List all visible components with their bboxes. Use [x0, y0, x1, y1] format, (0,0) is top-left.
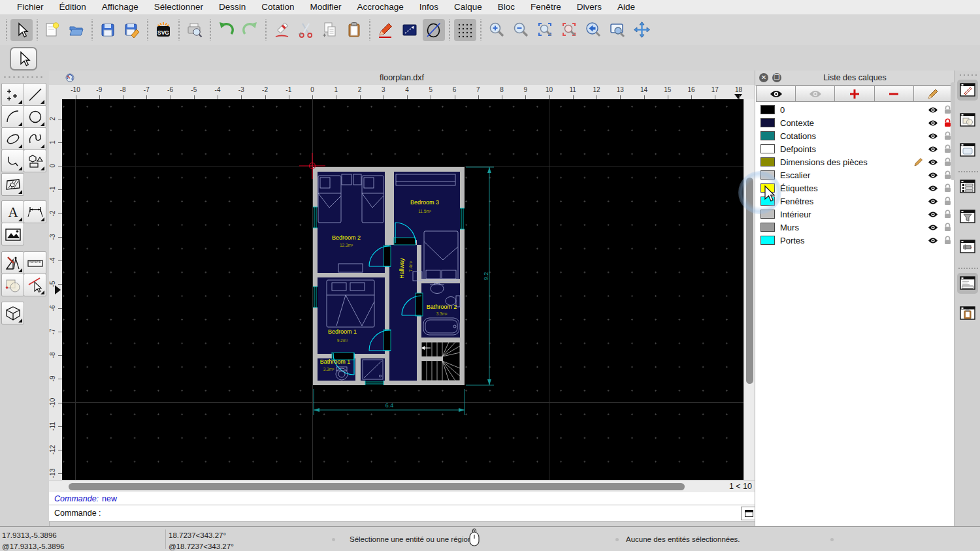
redo-button[interactable]	[239, 19, 261, 41]
library-browser-toggle[interactable]	[957, 140, 978, 161]
eye-icon[interactable]	[928, 159, 938, 166]
zoom-out-button[interactable]	[510, 19, 532, 41]
lock-icon[interactable]	[944, 118, 951, 127]
layer-row[interactable]: Defpoints	[755, 142, 955, 155]
layer-row[interactable]: Escalier	[755, 168, 955, 181]
property-editor-toggle[interactable]	[957, 80, 978, 101]
eye-icon[interactable]	[928, 211, 938, 218]
print-preview-button[interactable]	[184, 19, 206, 41]
lock-icon[interactable]	[944, 131, 951, 140]
panel-scrollbar[interactable]	[951, 82, 955, 180]
eye-icon[interactable]	[928, 133, 938, 140]
lock-icon[interactable]	[944, 197, 951, 206]
cut-button[interactable]	[295, 19, 317, 41]
zoom-window-button[interactable]	[606, 19, 629, 41]
layer-row[interactable]: Portes	[755, 234, 955, 247]
remove-layer-button[interactable]	[875, 86, 914, 102]
layer-row[interactable]: Murs	[755, 221, 955, 234]
lock-icon[interactable]	[944, 157, 951, 166]
block-list-toggle[interactable]	[957, 110, 978, 131]
menu-edition[interactable]: Édition	[52, 0, 94, 14]
points-tool-button[interactable]	[1, 83, 24, 106]
command-input[interactable]	[105, 506, 741, 520]
save-button[interactable]	[97, 19, 119, 41]
selection-tool-button[interactable]	[10, 47, 37, 71]
menu-modifier[interactable]: Modifier	[302, 0, 349, 14]
text-tool-button[interactable]: A	[1, 200, 24, 223]
delete-button[interactable]	[270, 19, 293, 41]
eye-icon[interactable]	[928, 224, 938, 231]
command-line-toggle[interactable]	[957, 273, 978, 294]
circle-slash-button[interactable]	[423, 19, 445, 41]
zoom-back-button[interactable]	[582, 19, 604, 41]
layer-row[interactable]: Intérieur	[755, 208, 955, 221]
ruler-tool-button[interactable]	[24, 251, 46, 274]
toolbar-handle[interactable]	[35, 19, 39, 41]
shapes-tool-button[interactable]	[24, 150, 46, 172]
undo-button[interactable]	[215, 19, 237, 41]
layer-row[interactable]: Étiquettes	[755, 181, 955, 195]
zoom-previous-button[interactable]	[558, 19, 580, 41]
vertical-scrollbar[interactable]	[743, 99, 755, 480]
export-svg-button[interactable]: SVG	[152, 19, 174, 41]
cad-tools-button[interactable]	[1, 251, 24, 274]
layer-row[interactable]: 0	[755, 103, 955, 116]
eye-icon[interactable]	[928, 146, 938, 153]
lock-icon[interactable]	[944, 170, 951, 180]
menu-divers[interactable]: Divers	[569, 0, 610, 14]
toolbar-handle[interactable]	[4, 19, 8, 41]
modify-tool-button[interactable]	[1, 274, 24, 296]
lock-icon[interactable]	[944, 144, 951, 153]
lock-icon[interactable]	[944, 105, 951, 114]
add-layer-button[interactable]	[835, 86, 874, 102]
drawing-canvas[interactable]: 6.4 9.2 Bedroom 2 Bedroom 3 Hallway Bedr…	[62, 99, 743, 480]
eye-icon[interactable]	[928, 106, 938, 114]
menu-aide[interactable]: Aide	[610, 0, 643, 14]
horizontal-scrollbar[interactable]: 1 < 10	[49, 480, 755, 493]
menu-fenetre[interactable]: Fenêtre	[523, 0, 569, 14]
menu-selectionner[interactable]: Sélectionner	[146, 0, 211, 14]
menu-bloc[interactable]: Bloc	[490, 0, 523, 14]
horizontal-scrollbar-thumb[interactable]	[69, 483, 685, 490]
menu-affichage[interactable]: Affichage	[94, 0, 146, 14]
lock-icon[interactable]	[944, 210, 951, 219]
snap-tool-button[interactable]	[24, 274, 46, 296]
relative-zero-toggle[interactable]	[957, 236, 978, 257]
grid-toggle-button[interactable]	[454, 19, 476, 41]
image-tool-button[interactable]	[1, 223, 24, 245]
hatch-tool-button[interactable]	[1, 173, 24, 196]
strip-handle[interactable]	[958, 73, 977, 76]
menu-fichier[interactable]: Fichier	[9, 0, 52, 14]
layer-row[interactable]: Cotations	[755, 129, 955, 142]
polyline-tool-button[interactable]	[1, 150, 24, 172]
menu-dessin[interactable]: Dessin	[211, 0, 253, 14]
close-icon[interactable]: ✕	[759, 73, 768, 82]
eye-icon[interactable]	[928, 185, 938, 192]
circle-tool-button[interactable]	[24, 105, 46, 128]
detach-icon[interactable]: ❐	[772, 73, 781, 82]
menu-calque[interactable]: Calque	[446, 0, 490, 14]
layer-row[interactable]: Fenêtres	[755, 195, 955, 208]
save-as-button[interactable]	[121, 19, 143, 41]
zoom-in-button[interactable]	[485, 19, 508, 41]
document-titlebar[interactable]: floorplan.dxf	[49, 71, 755, 86]
selection-filter-toggle[interactable]	[957, 206, 978, 227]
line-tool-button[interactable]	[24, 83, 46, 106]
open-file-button[interactable]	[65, 19, 88, 41]
eye-icon[interactable]	[928, 198, 938, 205]
draw-edit-button[interactable]	[374, 19, 397, 41]
menu-cotation[interactable]: Cotation	[253, 0, 302, 14]
palette-handle[interactable]	[3, 74, 44, 78]
copy-button[interactable]	[319, 19, 341, 41]
clipboard-panel-toggle[interactable]	[957, 303, 978, 324]
paste-button[interactable]	[343, 19, 365, 41]
menu-accrochage[interactable]: Accrochage	[349, 0, 411, 14]
spline-tool-button[interactable]	[24, 127, 46, 150]
select-arrow-button[interactable]	[10, 19, 33, 41]
box3d-tool-button[interactable]	[1, 302, 24, 324]
layer-list-toggle[interactable]	[957, 176, 978, 197]
eye-icon[interactable]	[928, 119, 938, 127]
layer-row[interactable]: Contexte	[755, 116, 955, 129]
layer-row[interactable]: Dimensions des pièces	[755, 155, 955, 168]
arc-tool-button[interactable]	[1, 105, 24, 128]
